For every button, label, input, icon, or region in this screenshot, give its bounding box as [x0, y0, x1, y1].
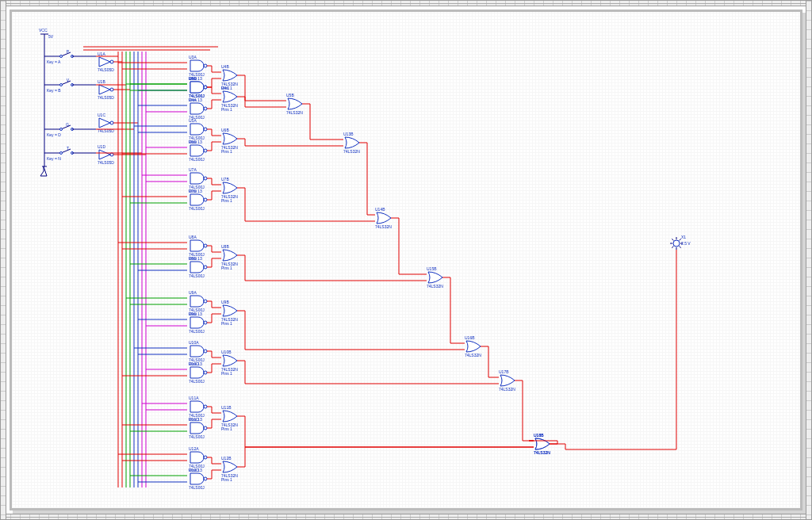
svg-text:Key = A: Key = A	[47, 59, 61, 64]
svg-point-106	[204, 426, 207, 430]
svg-point-11	[60, 84, 63, 86]
svg-point-76	[204, 266, 207, 269]
svg-text:74LS32N: 74LS32N	[286, 110, 303, 115]
nand-gate	[190, 367, 204, 378]
svg-text:74LS32N: 74LS32N	[499, 387, 515, 392]
svg-text:U1B: U1B	[98, 79, 105, 84]
nand-gate	[190, 296, 204, 307]
svg-text:U4C: U4C	[221, 86, 229, 90]
nand-gate	[190, 262, 204, 273]
svg-text:U8A: U8A	[189, 235, 197, 239]
nand-gate	[190, 60, 204, 71]
nand-gate	[190, 173, 204, 184]
svg-text:U5B: U5B	[286, 93, 294, 98]
svg-text:U12B: U12B	[221, 456, 232, 461]
svg-text:U10B: U10B	[221, 350, 232, 354]
svg-text:74LS00J: 74LS00J	[189, 157, 205, 162]
svg-text:Pins 1: Pins 1	[221, 371, 232, 376]
svg-text:Pins 1: Pins 1	[221, 149, 232, 154]
svg-text:74LS00J: 74LS00J	[189, 206, 205, 211]
svg-line-141	[672, 247, 673, 248]
or-gate	[466, 341, 481, 352]
svg-text:U16B: U16B	[465, 335, 475, 340]
svg-text:74LS05D: 74LS05D	[98, 67, 114, 72]
svg-text:U11B: U11B	[221, 405, 232, 410]
nand-gate	[190, 401, 204, 412]
svg-point-6	[60, 55, 63, 58]
ruler-bottom	[0, 514, 812, 520]
svg-point-21	[60, 152, 63, 155]
svg-line-139	[680, 247, 681, 248]
svg-text:74LS00J: 74LS00J	[189, 434, 205, 439]
svg-text:U9D: U9D	[189, 312, 197, 316]
svg-text:U12A: U12A	[189, 446, 199, 451]
or-gate	[223, 305, 237, 316]
nand-gate	[190, 346, 204, 357]
or-gate	[223, 133, 237, 144]
svg-text:U18B: U18B	[534, 433, 544, 438]
svg-point-32	[204, 64, 207, 67]
or-gate	[288, 98, 302, 109]
nand-gate	[190, 422, 204, 434]
svg-text:74LS32N: 74LS32N	[375, 224, 392, 229]
inverter-gate	[99, 118, 110, 128]
nand-gate	[190, 317, 204, 328]
nand-gate	[190, 473, 204, 484]
svg-text:74LS05D: 74LS05D	[98, 160, 114, 165]
svg-text:U7A: U7A	[189, 167, 197, 172]
inverter-gate	[99, 85, 110, 94]
svg-point-86	[204, 321, 207, 324]
or-gate	[535, 438, 550, 449]
svg-text:2.5 V: 2.5 V	[681, 241, 691, 246]
svg-text:Pins 1: Pins 1	[221, 426, 232, 431]
svg-text:U11A: U11A	[189, 396, 199, 400]
svg-text:X1: X1	[681, 235, 686, 239]
svg-text:U4A: U4A	[189, 98, 197, 102]
svg-text:U5D: U5D	[189, 76, 197, 81]
svg-text:74LS32N: 74LS32N	[427, 284, 443, 289]
svg-point-102	[204, 405, 207, 408]
svg-text:U9B: U9B	[221, 300, 229, 304]
svg-text:74LS00J: 74LS00J	[189, 329, 205, 334]
schematic-svg: VCC5VPKey = AVKey = BGKey = DTKey = NU1A…	[12, 12, 805, 513]
svg-text:Pins 1: Pins 1	[221, 321, 232, 326]
probe-icon	[673, 240, 680, 247]
or-gate	[428, 272, 442, 283]
svg-text:U15B: U15B	[427, 266, 437, 271]
svg-text:U3A: U3A	[189, 55, 197, 59]
svg-text:U6D: U6D	[189, 140, 197, 144]
svg-text:Pins 1: Pins 1	[221, 107, 232, 112]
svg-text:U1C: U1C	[98, 113, 105, 117]
svg-text:U14B: U14B	[375, 207, 385, 212]
svg-text:U12D: U12D	[189, 468, 199, 472]
svg-point-56	[204, 149, 207, 152]
svg-text:U8B: U8B	[221, 244, 229, 249]
or-gate	[377, 212, 391, 224]
svg-text:Pins 1: Pins 1	[221, 477, 232, 482]
svg-text:74LS00J: 74LS00J	[189, 379, 205, 384]
svg-text:74LS00J: 74LS00J	[189, 485, 205, 490]
ruler-right	[806, 0, 812, 520]
or-gate	[223, 355, 237, 366]
svg-text:Pins 1: Pins 1	[221, 198, 232, 203]
inverter-gate	[99, 57, 110, 67]
schematic-sheet[interactable]: VCC5VPKey = AVKey = BGKey = DTKey = NU1A…	[10, 10, 802, 510]
svg-text:U17B: U17B	[499, 369, 509, 374]
or-gate	[223, 70, 237, 81]
svg-point-16	[60, 128, 63, 131]
or-gate	[223, 461, 237, 472]
nand-gate	[190, 82, 204, 93]
svg-point-66	[204, 198, 207, 201]
svg-point-46	[204, 107, 207, 110]
svg-point-116	[204, 477, 207, 480]
svg-text:U8D: U8D	[189, 256, 197, 261]
svg-text:U7D: U7D	[189, 189, 197, 193]
svg-point-62	[204, 177, 207, 180]
svg-text:U7B: U7B	[221, 177, 229, 182]
svg-line-143	[672, 239, 673, 240]
svg-text:74LS05D: 74LS05D	[98, 95, 114, 100]
svg-text:74LS00J: 74LS00J	[189, 273, 205, 278]
svg-text:U1A: U1A	[98, 52, 105, 56]
svg-text:U10A: U10A	[189, 340, 199, 345]
svg-text:VCC: VCC	[39, 28, 48, 32]
